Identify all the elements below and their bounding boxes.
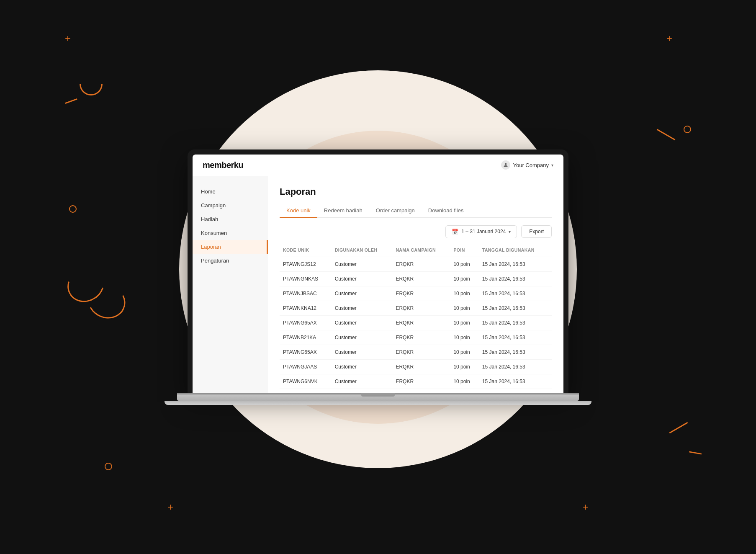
deco-circle-1	[69, 205, 77, 213]
cell-nama-campaign: ERQKR	[392, 286, 450, 301]
laptop-bottom	[165, 401, 591, 405]
page-title: Laporan	[280, 186, 552, 197]
deco-dash-1	[657, 129, 676, 141]
toolbar: 📅 1 – 31 Januari 2024 ▾ Export	[280, 225, 552, 238]
cell-digunakan-oleh: Customer	[332, 389, 393, 393]
cell-nama-campaign: ERQKR	[392, 315, 450, 330]
sidebar-item-konsumen[interactable]: Konsumen	[193, 226, 268, 240]
cell-kode-unik: PTAWNKNA12	[280, 301, 332, 315]
laptop-base	[177, 393, 579, 401]
cell-kode-unik: PTAWNJBSAC	[280, 286, 332, 301]
sidebar-item-hadiah[interactable]: Hadiah	[193, 212, 268, 226]
cell-poin: 10 poin	[450, 359, 478, 374]
cell-kode-unik: PTAWNGJAAS	[280, 359, 332, 374]
laptop-wrapper: memberku Your Company ▾ Home Campaign	[165, 149, 591, 405]
table-row: PTAWNG65AX Customer ERQKR 10 poin 15 Jan…	[280, 315, 552, 330]
cell-kode-unik: PTAWNGJS12	[280, 257, 332, 271]
cell-poin: 10 poin	[450, 345, 478, 359]
cell-poin: 10 poin	[450, 301, 478, 315]
date-picker-chevron: ▾	[509, 229, 511, 234]
cell-tanggal-digunakan: 15 Jan 2024, 16:53	[479, 257, 552, 271]
user-menu[interactable]: Your Company ▾	[501, 160, 553, 170]
col-digunakan-oleh: DIGUNAKAN OLEH	[332, 245, 393, 257]
tab-redeem-hadiah[interactable]: Redeem hadiah	[317, 204, 369, 218]
deco-plus-2: +	[666, 33, 672, 44]
sidebar-item-campaign[interactable]: Campaign	[193, 198, 268, 212]
user-menu-chevron: ▾	[551, 163, 553, 167]
tab-kode-unik[interactable]: Kode unik	[280, 204, 317, 218]
table-row: PTAWNGNKAS Customer ERQKR 10 poin 15 Jan…	[280, 271, 552, 286]
table-row: PTAWNJBSAC Customer ERQKR 10 poin 15 Jan…	[280, 286, 552, 301]
table-row: PTAWNG95LM Customer ERQKR 10 poin 15 Jan…	[280, 389, 552, 393]
cell-kode-unik: PTAWNG65AX	[280, 345, 332, 359]
cell-tanggal-digunakan: 15 Jan 2024, 16:53	[479, 374, 552, 389]
cell-digunakan-oleh: Customer	[332, 286, 393, 301]
cell-nama-campaign: ERQKR	[392, 301, 450, 315]
table-row: PTAWNG65AX Customer ERQKR 10 poin 15 Jan…	[280, 345, 552, 359]
cell-digunakan-oleh: Customer	[332, 257, 393, 271]
table-row: PTAWNG6NVK Customer ERQKR 10 poin 15 Jan…	[280, 374, 552, 389]
deco-plus-4: +	[583, 502, 589, 512]
deco-plus-3: +	[167, 502, 173, 512]
user-avatar-icon	[501, 160, 510, 170]
cell-nama-campaign: ERQKR	[392, 359, 450, 374]
sidebar-item-pengaturan[interactable]: Pengaturan	[193, 254, 268, 268]
table-row: PTAWNGJAAS Customer ERQKR 10 poin 15 Jan…	[280, 359, 552, 374]
export-button[interactable]: Export	[521, 225, 552, 238]
cell-kode-unik: PTAWNG95LM	[280, 389, 332, 393]
cell-digunakan-oleh: Customer	[332, 301, 393, 315]
app-body: Home Campaign Hadiah Konsumen Laporan Pe…	[193, 176, 563, 393]
cell-tanggal-digunakan: 15 Jan 2024, 16:53	[479, 345, 552, 359]
cell-digunakan-oleh: Customer	[332, 271, 393, 286]
user-name: Your Company	[513, 162, 549, 168]
cell-tanggal-digunakan: 15 Jan 2024, 16:53	[479, 359, 552, 374]
table-header: KODE UNIK DIGUNAKAN OLEH NAMA CAMPAIGN P…	[280, 245, 552, 257]
svg-point-0	[505, 163, 507, 165]
cell-tanggal-digunakan: 15 Jan 2024, 16:53	[479, 286, 552, 301]
deco-arc-1	[80, 84, 103, 95]
col-nama-campaign: NAMA CAMPAIGN	[392, 245, 450, 257]
calendar-icon: 📅	[452, 229, 458, 235]
laptop-screen: memberku Your Company ▾ Home Campaign	[193, 155, 563, 393]
sidebar-item-home[interactable]: Home	[193, 185, 268, 198]
date-range-picker[interactable]: 📅 1 – 31 Januari 2024 ▾	[445, 225, 517, 238]
cell-nama-campaign: ERQKR	[392, 257, 450, 271]
app-header: memberku Your Company ▾	[193, 155, 563, 176]
cell-nama-campaign: ERQKR	[392, 345, 450, 359]
cell-kode-unik: PTAWNG65AX	[280, 315, 332, 330]
cell-tanggal-digunakan: 15 Jan 2024, 16:53	[479, 389, 552, 393]
cell-poin: 10 poin	[450, 271, 478, 286]
cell-digunakan-oleh: Customer	[332, 359, 393, 374]
deco-circle-2	[105, 463, 112, 470]
deco-circle-3	[684, 126, 691, 133]
cell-digunakan-oleh: Customer	[332, 374, 393, 389]
laptop-screen-bezel: memberku Your Company ▾ Home Campaign	[188, 149, 568, 393]
app-container: memberku Your Company ▾ Home Campaign	[193, 155, 563, 393]
tab-order-campaign[interactable]: Order campaign	[369, 204, 422, 218]
tab-download-files[interactable]: Download files	[422, 204, 471, 218]
table-row: PTAWNB21KA Customer ERQKR 10 poin 15 Jan…	[280, 330, 552, 345]
table-body: PTAWNGJS12 Customer ERQKR 10 poin 15 Jan…	[280, 257, 552, 393]
table-row: PTAWNGJS12 Customer ERQKR 10 poin 15 Jan…	[280, 257, 552, 271]
main-content: Laporan Kode unik Redeem hadiah Order ca…	[268, 176, 563, 393]
col-poin: POIN	[450, 245, 478, 257]
cell-tanggal-digunakan: 15 Jan 2024, 16:53	[479, 301, 552, 315]
deco-dash-2	[669, 422, 688, 434]
cell-kode-unik: PTAWNGNKAS	[280, 271, 332, 286]
deco-dash-3	[689, 451, 702, 454]
cell-nama-campaign: ERQKR	[392, 271, 450, 286]
cell-poin: 10 poin	[450, 315, 478, 330]
col-kode-unik: KODE UNIK	[280, 245, 332, 257]
table-row: PTAWNKNA12 Customer ERQKR 10 poin 15 Jan…	[280, 301, 552, 315]
app-logo: memberku	[203, 160, 243, 170]
cell-tanggal-digunakan: 15 Jan 2024, 16:53	[479, 315, 552, 330]
cell-poin: 10 poin	[450, 389, 478, 393]
cell-digunakan-oleh: Customer	[332, 315, 393, 330]
cell-kode-unik: PTAWNG6NVK	[280, 374, 332, 389]
cell-tanggal-digunakan: 15 Jan 2024, 16:53	[479, 330, 552, 345]
cell-kode-unik: PTAWNB21KA	[280, 330, 332, 345]
deco-plus-1: +	[65, 33, 71, 44]
cell-digunakan-oleh: Customer	[332, 330, 393, 345]
date-range-label: 1 – 31 Januari 2024	[461, 229, 506, 234]
sidebar-item-laporan[interactable]: Laporan	[193, 240, 268, 254]
